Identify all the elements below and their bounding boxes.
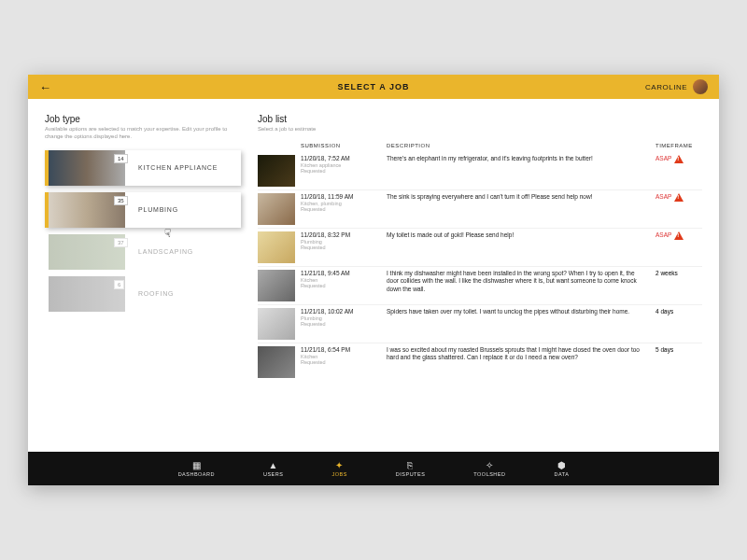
user-chip[interactable]: CAROLINE xyxy=(645,79,708,94)
job-date: 11/21/18, 9:45 AM xyxy=(301,270,381,276)
col-description: DESCRIPTION xyxy=(387,143,655,148)
job-description: My toilet is made out of gold! Please se… xyxy=(387,231,650,263)
job-thumb xyxy=(258,193,295,225)
job-description: There's an elephant in my refrigerator, … xyxy=(387,155,650,187)
col-submission: SUBMISSION xyxy=(301,143,387,148)
nav-item-users[interactable]: ▲USERS xyxy=(263,460,283,477)
nav-item-dashboard[interactable]: ▦DASHBOARD xyxy=(178,460,215,477)
timeframe-text: 5 days xyxy=(655,346,673,353)
job-date: 11/20/18, 8:32 PM xyxy=(301,231,381,238)
submission-cell: 11/20/18, 8:32 PMPlumbingRequested xyxy=(301,231,381,263)
submission-cell: 11/21/18, 10:02 AMPlumbingRequested xyxy=(301,308,381,340)
nav-item-data[interactable]: ⬢DATA xyxy=(554,460,569,477)
job-timeframe: ASAP xyxy=(655,193,702,225)
avatar xyxy=(693,79,708,94)
users-icon: ▲ xyxy=(268,460,278,470)
page-title: SELECT A JOB xyxy=(338,82,410,91)
job-type-label: ROOFING xyxy=(125,276,241,312)
job-description: Spiders have taken over my toilet. I wan… xyxy=(387,308,650,340)
job-date: 11/20/18, 11:59 AM xyxy=(301,193,381,200)
job-list-heading: Job list xyxy=(258,114,702,124)
timeframe-text: 4 days xyxy=(655,308,673,315)
back-arrow-icon[interactable]: ← xyxy=(39,80,51,94)
job-type-heading: Job type xyxy=(45,114,241,124)
job-type-card[interactable]: 37LANDSCAPING xyxy=(45,234,241,270)
job-type-card[interactable]: 14KITCHEN APPLIANCE xyxy=(45,150,241,186)
dashboard-icon: ▦ xyxy=(191,460,202,470)
column-headers: SUBMISSION DESCRIPTION TIMEFRAME xyxy=(258,143,702,148)
user-name: CAROLINE xyxy=(645,83,687,91)
job-row[interactable]: 11/21/18, 6:54 PMKitchenRequestedI was s… xyxy=(258,343,702,381)
job-status: Requested xyxy=(301,359,381,365)
submission-cell: 11/21/18, 9:45 AMKitchenRequested xyxy=(301,270,381,301)
nav-label: DISPUTES xyxy=(396,471,426,477)
job-type-card[interactable]: 6ROOFING xyxy=(45,276,241,312)
nav-label: JOBS xyxy=(331,471,346,477)
count-badge: 14 xyxy=(114,154,128,163)
job-type-label: KITCHEN APPLIANCE xyxy=(125,150,241,186)
bottom-nav: ▦DASHBOARD▲USERS✦JOBS⎘DISPUTES✧TOOLSHED⬢… xyxy=(28,452,719,485)
data-icon: ⬢ xyxy=(557,460,567,470)
col-timeframe: TIMEFRAME xyxy=(655,143,702,148)
job-timeframe: ASAP xyxy=(655,231,702,263)
job-thumb xyxy=(258,308,295,340)
job-description: I was so excited about my roasted Brusse… xyxy=(387,346,650,378)
submission-cell: 11/20/18, 7:52 AMKitchen applianceReques… xyxy=(301,155,381,187)
app-window: ← SELECT A JOB CAROLINE Job type Availab… xyxy=(28,75,719,485)
nav-item-disputes[interactable]: ⎘DISPUTES xyxy=(396,460,426,477)
toolshed-icon: ✧ xyxy=(485,460,495,470)
alert-icon xyxy=(674,155,684,163)
nav-label: USERS xyxy=(263,471,283,477)
job-type-card[interactable]: 35PLUMBING xyxy=(45,192,241,228)
job-timeframe: 2 weeks xyxy=(655,270,702,301)
job-thumb xyxy=(258,155,295,187)
count-badge: 35 xyxy=(114,196,128,205)
count-badge: 37 xyxy=(114,238,128,247)
timeframe-text: ASAP xyxy=(655,155,671,161)
job-type-subtext: Available options are selected to match … xyxy=(45,126,241,141)
job-date: 11/21/18, 6:54 PM xyxy=(301,346,381,353)
alert-icon xyxy=(674,231,684,240)
nav-label: DASHBOARD xyxy=(178,471,215,477)
timeframe-text: ASAP xyxy=(655,193,671,200)
job-status: Requested xyxy=(301,321,381,327)
header-bar: ← SELECT A JOB CAROLINE xyxy=(28,75,719,99)
main-body: Job type Available options are selected … xyxy=(28,99,719,452)
nav-item-toolshed[interactable]: ✧TOOLSHED xyxy=(473,460,505,477)
nav-label: DATA xyxy=(554,471,569,477)
job-rows[interactable]: 11/20/18, 7:52 AMKitchen applianceReques… xyxy=(258,152,702,444)
count-badge: 6 xyxy=(114,280,124,289)
job-date: 11/20/18, 7:52 AM xyxy=(301,155,381,161)
job-status: Requested xyxy=(301,206,381,212)
submission-cell: 11/21/18, 6:54 PMKitchenRequested xyxy=(301,346,381,378)
job-type-panel: Job type Available options are selected … xyxy=(45,114,241,444)
job-date: 11/21/18, 10:02 AM xyxy=(301,308,381,315)
submission-cell: 11/20/18, 11:59 AMKitchen, plumbingReque… xyxy=(301,193,381,225)
nav-label: TOOLSHED xyxy=(473,471,505,477)
job-thumb xyxy=(258,270,295,301)
job-type-list: 14KITCHEN APPLIANCE35PLUMBING37LANDSCAPI… xyxy=(45,150,241,312)
job-timeframe: ASAP xyxy=(655,155,702,187)
nav-item-jobs[interactable]: ✦JOBS xyxy=(331,460,346,477)
timeframe-text: 2 weeks xyxy=(655,270,678,276)
job-timeframe: 5 days xyxy=(655,346,702,378)
timeframe-text: ASAP xyxy=(655,231,671,238)
job-status: Requested xyxy=(301,283,381,288)
job-row[interactable]: 11/20/18, 11:59 AMKitchen, plumbingReque… xyxy=(258,190,702,229)
job-list-subtext: Select a job to estimate xyxy=(258,126,702,133)
job-status: Requested xyxy=(301,168,381,174)
job-row[interactable]: 11/20/18, 8:32 PMPlumbingRequestedMy toi… xyxy=(258,229,702,267)
job-list-panel: Job list Select a job to estimate SUBMIS… xyxy=(258,114,702,444)
job-row[interactable]: 11/21/18, 10:02 AMPlumbingRequestedSpide… xyxy=(258,305,702,343)
job-row[interactable]: 11/20/18, 7:52 AMKitchen applianceReques… xyxy=(258,152,702,190)
job-thumb xyxy=(258,346,295,378)
alert-icon xyxy=(674,193,684,202)
job-timeframe: 4 days xyxy=(655,308,702,340)
job-description: I think my dishwasher might have been in… xyxy=(387,270,650,301)
job-status: Requested xyxy=(301,245,381,250)
jobs-icon: ✦ xyxy=(334,460,345,470)
job-row[interactable]: 11/21/18, 9:45 AMKitchenRequestedI think… xyxy=(258,267,702,305)
job-type-label: PLUMBING xyxy=(125,192,241,228)
job-thumb xyxy=(258,231,295,263)
disputes-icon: ⎘ xyxy=(405,460,416,470)
